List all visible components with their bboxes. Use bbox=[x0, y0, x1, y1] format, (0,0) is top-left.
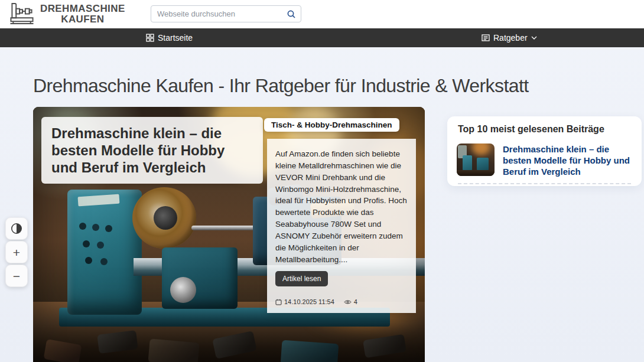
publish-date-text: 14.10.2025 11:54 bbox=[284, 298, 334, 305]
view-count-text: 4 bbox=[354, 298, 357, 305]
nav-item-startseite[interactable]: Startseite bbox=[146, 28, 193, 47]
grid-icon bbox=[146, 34, 154, 42]
hero-article-title[interactable]: Drehmaschine klein – die besten Modelle … bbox=[51, 125, 253, 176]
page: DREHMASCHINE KAUFEN Startseite bbox=[0, 0, 644, 362]
logo-text: DREHMASCHINE KAUFEN bbox=[40, 4, 125, 24]
plus-icon: + bbox=[13, 246, 20, 259]
top-posts-title: Top 10 meist gelesenen Beiträge bbox=[458, 124, 604, 135]
thumb-machine bbox=[463, 155, 472, 171]
main-nav: Startseite Ratgeber bbox=[0, 28, 644, 47]
font-decrease-button[interactable]: − bbox=[5, 265, 28, 287]
search-form bbox=[151, 5, 301, 22]
header: DREHMASCHINE KAUFEN bbox=[0, 0, 644, 28]
eye-icon bbox=[344, 299, 352, 305]
minus-icon: − bbox=[13, 270, 20, 282]
search-input[interactable] bbox=[151, 9, 282, 18]
thumb-machine bbox=[477, 158, 489, 171]
top-post-item[interactable]: Drehmaschine klein – die besten Modelle … bbox=[457, 144, 632, 177]
page-title: Drehmaschine Kaufen - Ihr Ratgeber für I… bbox=[33, 75, 624, 97]
lathe-logo-icon bbox=[8, 2, 35, 26]
view-count: 4 bbox=[344, 298, 357, 305]
search-button[interactable] bbox=[282, 6, 301, 22]
accessibility-toolbar: + − bbox=[5, 217, 28, 287]
font-increase-button[interactable]: + bbox=[5, 241, 28, 263]
document-icon bbox=[482, 34, 490, 41]
logo-line1: DREHMASCHINE bbox=[40, 4, 125, 14]
thumb-bench bbox=[457, 170, 495, 176]
nav-label-startseite: Startseite bbox=[158, 33, 193, 43]
dashed-separator bbox=[458, 183, 631, 184]
thumb-glow bbox=[472, 144, 490, 155]
logo-line2: KAUFEN bbox=[61, 14, 104, 24]
hero-excerpt: Auf Amazon.de finden sich beliebte klein… bbox=[275, 148, 408, 265]
hero-excerpt-box: Auf Amazon.de finden sich beliebte klein… bbox=[267, 139, 416, 313]
contrast-icon bbox=[11, 223, 22, 234]
hero-meta: 14.10.2025 11:54 4 bbox=[275, 298, 357, 305]
post-thumbnail bbox=[457, 144, 495, 176]
chevron-down-icon bbox=[531, 36, 537, 40]
hero-title-box: Drehmaschine klein – die besten Modelle … bbox=[41, 117, 263, 184]
nav-item-ratgeber[interactable]: Ratgeber bbox=[482, 28, 537, 47]
site-logo[interactable]: DREHMASCHINE KAUFEN bbox=[8, 2, 125, 26]
nav-label-ratgeber: Ratgeber bbox=[493, 33, 528, 43]
category-badge[interactable]: Tisch- & Hobby-Drehmaschinen bbox=[264, 118, 399, 132]
search-icon bbox=[287, 9, 296, 19]
contrast-button[interactable] bbox=[5, 217, 28, 240]
read-article-button[interactable]: Artikel lesen bbox=[275, 271, 328, 286]
top-posts-card: Top 10 meist gelesenen Beiträge Drehmasc… bbox=[447, 116, 642, 186]
calendar-icon bbox=[275, 299, 282, 305]
post-link[interactable]: Drehmaschine klein – die besten Modelle … bbox=[503, 144, 632, 177]
publish-date: 14.10.2025 11:54 bbox=[275, 298, 334, 305]
hero-article-card[interactable]: Drehmaschine klein – die besten Modelle … bbox=[33, 107, 425, 362]
